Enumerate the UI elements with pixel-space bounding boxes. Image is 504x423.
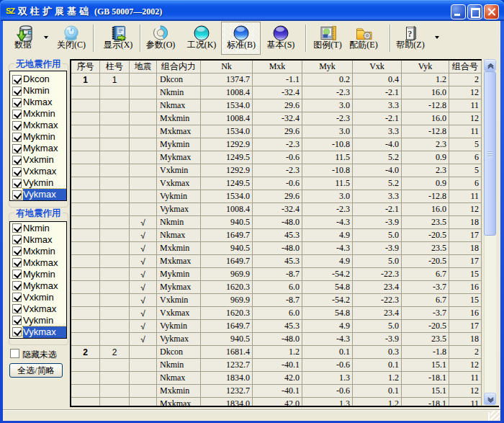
svg-text:?: ? (408, 29, 412, 39)
